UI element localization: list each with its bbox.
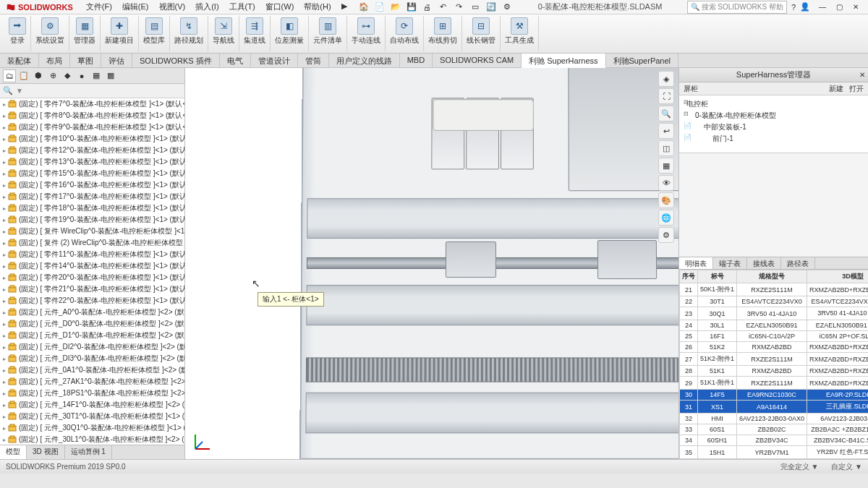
expand-icon[interactable]: ▸ [3,240,6,247]
panel-close-icon[interactable]: ✕ [859,71,865,79]
cabinet-tree-node[interactable]: 中部安装板-1 [684,121,864,133]
expand-icon[interactable]: ▸ [3,344,6,351]
expand-icon[interactable]: ▸ [3,333,6,339]
ribbon-模型库[interactable]: ▤模型库 [140,16,168,47]
filter-icon[interactable]: 🔍 [3,86,13,95]
dim-tab-icon[interactable]: ◆ [61,69,74,82]
view-tab[interactable]: 模型 [0,445,27,459]
tree-item[interactable]: ▸(固定) [ 零件17^0-装配体-电控柜柜体模型 ]<1> (默认<<默 [0,191,184,202]
table-header[interactable]: 3D模型 [807,270,868,283]
menu-item[interactable]: 工具(T) [225,0,260,14]
config-tab-icon[interactable]: ⬢ [32,69,45,82]
expand-icon[interactable]: ▸ [3,414,6,420]
expand-icon[interactable]: ▸ [3,425,6,432]
expand-icon[interactable]: ▸ [3,252,6,258]
extra2-tab-icon[interactable]: ▩ [104,69,117,82]
tree-item[interactable]: ▸(固定) [ 零件9^0-装配体-电控柜柜体模型 ]<1> (默认<<默 [0,121,184,133]
expand-icon[interactable]: ▸ [3,402,6,408]
open-icon[interactable]: 📂 [389,1,402,14]
tab[interactable]: 评估 [101,53,132,67]
tree-item[interactable]: ▸(固定) [ 零件14^0-装配体-电控柜柜体模型 ]<1> (默认<<默 [0,260,184,272]
expand-icon[interactable]: ▸ [3,113,6,119]
redo-icon[interactable]: ↷ [453,1,466,14]
tab[interactable]: 草图 [70,53,101,67]
display-tab-icon[interactable]: ⊕ [46,69,59,82]
expand-icon[interactable]: ▸ [3,367,6,374]
expand-icon[interactable]: ▸ [3,356,6,362]
maximize-icon[interactable]: ▢ [831,1,847,13]
tree-item[interactable]: ▸(固定) [ 零件13^0-装配体-电控柜柜体模型 ]<1> (默认<<默 [0,156,184,168]
rebuild-icon[interactable]: 🔄 [485,1,498,14]
tree-item[interactable]: ▸(固定) [ 元件_30T1^0-装配体-电控柜柜体模型 ]<1> (默认 [0,411,184,422]
section-icon[interactable]: ◫ [658,140,674,156]
ribbon-自动布线[interactable]: ⟳自动布线 [387,16,422,47]
options-icon[interactable]: ⚙ [501,1,514,14]
table-header[interactable]: 序号 [680,270,698,283]
table-row[interactable]: 32HMI6AV2123-2JB03-0AX06AV2123-2JB03-0AX… [680,414,869,424]
tab[interactable]: SOLIDWORKS 插件 [132,53,220,67]
menu-item[interactable]: 帮助(H) [299,0,335,14]
search-input[interactable]: 🔍 搜索 SOLIDWORKS 帮助 [687,1,787,14]
expand-icon[interactable]: ▸ [3,101,6,108]
expand-icon[interactable]: ▸ [3,182,6,189]
table-row[interactable]: 3360S1ZB2B02CZB2BA2C +ZB2BZ103C.SL3 [680,424,869,435]
select-icon[interactable]: ▭ [469,1,482,14]
menu-item[interactable]: 窗口(W) [261,0,299,14]
tree-item[interactable]: ▸(固定) [ 零件11^0-装配体-电控柜柜体模型 ]<1> (默认<<默 [0,249,184,260]
ribbon-路径规划[interactable]: ↯路径规划 [171,16,206,47]
tree-item[interactable]: ▸(固定) [ 零件18^0-装配体-电控柜柜体模型 ]<1> (默认<<默 [0,202,184,214]
tree-item[interactable]: ▸(固定) [ 元件_D1^0-装配体-电控柜柜体模型 ]<2> (默认< [0,330,184,341]
cabinet-tree-node[interactable]: 电控柜 [684,98,864,110]
table-tab[interactable]: 端子表 [713,257,747,269]
tree-item[interactable]: ▸(固定) [ 元件_30Q1^0-装配体-电控柜柜体模型 ]<1> (默认 [0,422,184,434]
zoom-area-icon[interactable]: 🔍 [658,106,674,121]
tree-item[interactable]: ▸(固定) [ 复件 (2) WireClip^0-装配体-电控柜柜体模型 ]<… [0,237,184,249]
expand-icon[interactable]: ▸ [3,217,6,223]
tree-item[interactable]: ▸(固定) [ 复件 WireClip^0-装配体-电控柜柜体模型 ]<1> (… [0,226,184,237]
ribbon-系统设置[interactable]: ⚙系统设置 [33,16,67,47]
expand-icon[interactable]: ▸ [3,390,6,397]
table-row[interactable]: 31XS1A9A16414三孔插座.SLDPRT [680,401,869,414]
cabinet-tree[interactable]: 电控柜0-装配体-电控柜柜体模型中部安装板-1前门-1 [679,95,868,153]
property-tab-icon[interactable]: 📋 [17,69,30,82]
tab[interactable]: 利驰 SuperHarness [522,53,605,68]
ribbon-布线剪切[interactable]: ⊞布线剪切 [425,16,460,47]
expand-icon[interactable]: ▸ [3,275,6,281]
view-tab[interactable]: 运动算例 1 [65,445,112,459]
expand-icon[interactable]: ▸ [3,124,6,131]
tree-item[interactable]: ▸(固定) [ 零件8^0-装配体-电控柜柜体模型 ]<1> (默认<<默 [0,110,184,121]
tree-item[interactable]: ▸(固定) [ 零件7^0-装配体-电控柜柜体模型 ]<1> (默认<<默 [0,98,184,110]
tab[interactable]: 管筒 [298,53,329,67]
tab[interactable]: 用户定义的线路 [329,53,400,67]
tree-item[interactable]: ▸(固定) [ 零件19^0-装配体-电控柜柜体模型 ]<1> (默认<<默 [0,214,184,226]
tab[interactable]: MBD [400,53,433,67]
open-link[interactable]: 打开 [849,84,864,94]
expand-icon[interactable]: ▸ [3,205,6,212]
expand-icon[interactable]: ▸ [3,171,6,177]
table-row[interactable]: 3014F5EA9RN2C1030CEA9R-2P.SLDPRT [680,390,869,401]
table-row[interactable]: 2751K2-附件1RXZE2S111MRXMZAB2BD+RXZE2S111M… [680,353,869,366]
ribbon-位差测量[interactable]: ◧位差测量 [272,16,307,47]
tree-item[interactable]: ▸(固定) [ 元件_A0^0-装配体-电控柜柜体模型 ]<2> (默认<<默 [0,307,184,318]
home-icon[interactable]: 🏠 [357,1,370,14]
tree-item[interactable]: ▸(固定) [ 元件_DI2^0-装配体-电控柜柜体模型 ]<2> (默认<< [0,341,184,353]
ribbon-管理器[interactable]: ▦管理器 [71,16,98,47]
tab[interactable]: 电气 [220,53,251,67]
expand-icon[interactable]: ▸ [3,321,6,328]
menu-item[interactable]: 插入(I) [191,0,223,14]
tree-item[interactable]: ▸(固定) [ 元件_D0^0-装配体-电控柜柜体模型 ]<2> (默认< [0,318,184,330]
scene-icon[interactable]: 🌐 [658,210,674,226]
tree-item[interactable]: ▸(固定) [ 零件22^0-装配体-电控柜柜体模型 ]<1> (默认<<默 [0,295,184,307]
display-style-icon[interactable]: ▦ [658,158,674,174]
tree-item[interactable]: ▸(固定) [ 零件21^0-装配体-电控柜柜体模型 ]<1> (默认<<默 [0,283,184,295]
tree-item[interactable]: ▸(固定) [ 元件_30L1^0-装配体-电控柜柜体模型 ]<2> (默认 [0,434,184,445]
ribbon-登录[interactable]: ⮕登录 [6,16,29,47]
tree-item[interactable]: ▸(固定) [ 元件_14F1^0-装配体-电控柜柜体模型 ]<2> (默认 [0,399,184,411]
close-icon[interactable]: ✕ [848,1,864,13]
expand-icon[interactable]: ▸ [3,159,6,166]
table-row[interactable]: 2851K1RXMZAB2BDRXMZAB2BD+RXZE2S111M. [680,366,869,377]
expand-icon[interactable]: ▸ [3,309,6,316]
menu-item[interactable]: ▶ [337,0,352,14]
table-tab[interactable]: 接线表 [747,257,781,269]
table-row[interactable]: 2230T1ES4AVTCE2234VX0ES4AVTCE2234VX0 22K… [680,296,869,307]
